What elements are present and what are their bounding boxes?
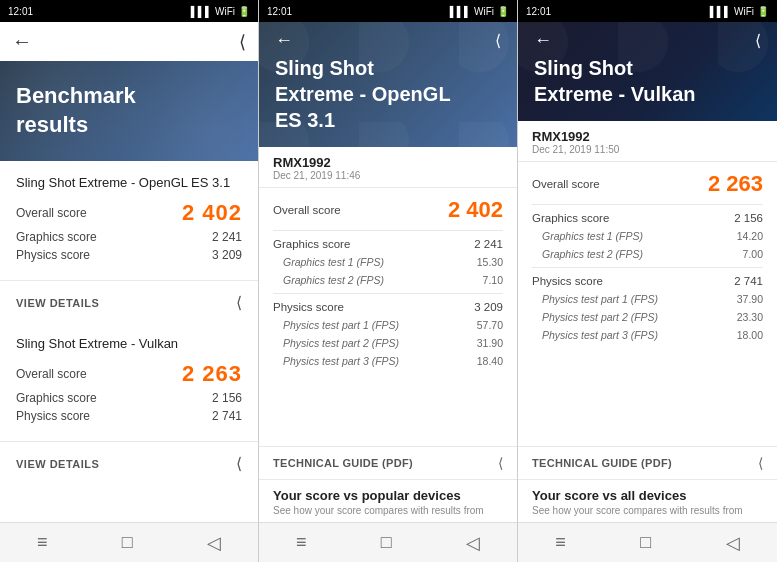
status-bar-time: 12:01 — [8, 6, 33, 17]
ptest1-vulkan: Physics test part 1 (FPS) 37.90 — [532, 290, 763, 308]
graphics-label-opengl: Graphics score — [273, 238, 350, 250]
tech-guide-label-opengl[interactable]: TECHNICAL GUIDE (PDF) — [273, 457, 413, 469]
hero-title-1: Benchmarkresults — [16, 82, 136, 139]
gtest2-value-opengl: 7.10 — [483, 274, 503, 286]
gtest2-value-vulkan: 7.00 — [743, 248, 763, 260]
overall-label-2: Overall score — [16, 367, 87, 381]
graphics-row-vulkan: Graphics score 2 156 — [532, 209, 763, 227]
home-icon[interactable]: □ — [122, 532, 133, 553]
graphics-value-2: 2 156 — [212, 391, 242, 405]
gtest2-label-opengl: Graphics test 2 (FPS) — [273, 274, 384, 286]
view-details-btn-1[interactable]: VIEW DETAILS — [16, 297, 99, 309]
ptest1-label-vulkan: Physics test part 1 (FPS) — [532, 293, 658, 305]
ptest3-label-vulkan: Physics test part 3 (FPS) — [532, 329, 658, 341]
status-bar-2: 12:01 ▌▌▌ WiFi 🔋 — [259, 0, 517, 22]
physics-label-opengl: Physics score — [273, 301, 344, 313]
graphics-label-vulkan: Graphics score — [532, 212, 609, 224]
status-time-2: 12:01 — [267, 6, 292, 17]
popular-subtitle-opengl: See how your score compares with results… — [273, 505, 503, 516]
ptest2-label-vulkan: Physics test part 2 (FPS) — [532, 311, 658, 323]
content-area-1: Sling Shot Extreme - OpenGL ES 3.1 Overa… — [0, 161, 258, 522]
status-time-3: 12:01 — [526, 6, 551, 17]
wifi-icon-2: WiFi — [474, 6, 494, 17]
share-icon-1[interactable]: ⟨ — [239, 31, 246, 53]
signal-icon: ▌▌▌ — [191, 6, 212, 17]
graphics-label-2: Graphics score — [16, 391, 97, 405]
physics-row-opengl: Physics score 3 209 — [273, 298, 503, 316]
back-arrow-2[interactable]: ← — [275, 30, 293, 51]
detail-scores-opengl: Overall score 2 402 Graphics score 2 241… — [259, 188, 517, 446]
device-name-3: RMX1992 — [532, 129, 763, 144]
back-arrow-1[interactable]: ← — [12, 30, 32, 53]
detail-title-opengl: Sling ShotExtreme - OpenGLES 3.1 — [275, 55, 501, 133]
gtest1-label-opengl: Graphics test 1 (FPS) — [273, 256, 384, 268]
back-icon-3[interactable]: ◁ — [726, 532, 740, 554]
view-details-row-1: VIEW DETAILS ⟨ — [0, 281, 258, 322]
popular-title-opengl: Your score vs popular devices — [273, 488, 503, 503]
ptest3-value-vulkan: 18.00 — [737, 329, 763, 341]
tech-guide-label-vulkan[interactable]: TECHNICAL GUIDE (PDF) — [532, 457, 672, 469]
panel-vulkan-detail: 12:01 ▌▌▌ WiFi 🔋 ← ⟨ Sling ShotExtreme -… — [518, 0, 777, 562]
ptest2-label-opengl: Physics test part 2 (FPS) — [273, 337, 399, 349]
graphics-test1-vulkan: Graphics test 1 (FPS) 14.20 — [532, 227, 763, 245]
tech-guide-vulkan: TECHNICAL GUIDE (PDF) ⟨ — [518, 446, 777, 480]
hamburger-icon[interactable]: ≡ — [37, 532, 48, 553]
tech-share-icon-vulkan[interactable]: ⟨ — [758, 455, 763, 471]
ptest2-value-opengl: 31.90 — [477, 337, 503, 349]
detail-header-vulkan: ← ⟨ Sling ShotExtreme - Vulkan — [518, 22, 777, 121]
share-icon-3[interactable]: ⟨ — [755, 31, 761, 50]
graphics-test2-vulkan: Graphics test 2 (FPS) 7.00 — [532, 245, 763, 263]
physics-value-2: 2 741 — [212, 409, 242, 423]
graphics-score-row-2: Graphics score 2 156 — [16, 391, 242, 405]
popular-title-vulkan: Your score vs all devices — [532, 488, 763, 503]
physics-score-row-1: Physics score 3 209 — [16, 248, 242, 262]
graphics-score-row-1: Graphics score 2 241 — [16, 230, 242, 244]
physics-row-vulkan: Physics score 2 741 — [532, 272, 763, 290]
popular-subtitle-vulkan: See how your score compares with results… — [532, 505, 763, 516]
detail-nav-opengl: ← ⟨ — [275, 30, 501, 51]
physics-value-opengl: 3 209 — [474, 301, 503, 313]
home-icon-3[interactable]: □ — [640, 532, 651, 553]
tech-share-icon-opengl[interactable]: ⟨ — [498, 455, 503, 471]
status-icons-2: ▌▌▌ WiFi 🔋 — [450, 6, 509, 17]
back-icon-2[interactable]: ◁ — [466, 532, 480, 554]
share-icon-2[interactable]: ⟨ — [495, 31, 501, 50]
ptest3-vulkan: Physics test part 3 (FPS) 18.00 — [532, 326, 763, 344]
gtest1-value-opengl: 15.30 — [477, 256, 503, 268]
graphics-row-opengl: Graphics score 2 241 — [273, 235, 503, 253]
ptest1-label-opengl: Physics test part 1 (FPS) — [273, 319, 399, 331]
graphics-test1-opengl: Graphics test 1 (FPS) 15.30 — [273, 253, 503, 271]
overall-label-opengl: Overall score — [273, 204, 341, 216]
detail-scores-vulkan: Overall score 2 263 Graphics score 2 156… — [518, 162, 777, 446]
share-btn-2[interactable]: ⟨ — [236, 454, 242, 473]
device-info-2: RMX1992 Dec 21, 2019 11:46 — [259, 147, 517, 188]
ptest2-value-vulkan: 23.30 — [737, 311, 763, 323]
graphics-test2-opengl: Graphics test 2 (FPS) 7.10 — [273, 271, 503, 289]
detail-header-opengl: ← ⟨ Sling ShotExtreme - OpenGLES 3.1 — [259, 22, 517, 147]
status-bar-3: 12:01 ▌▌▌ WiFi 🔋 — [518, 0, 777, 22]
hamburger-icon-2[interactable]: ≡ — [296, 532, 307, 553]
battery-icon-2: 🔋 — [497, 6, 509, 17]
view-details-btn-2[interactable]: VIEW DETAILS — [16, 458, 99, 470]
back-icon[interactable]: ◁ — [207, 532, 221, 554]
view-details-row-2: VIEW DETAILS ⟨ — [0, 442, 258, 483]
graphics-value-1: 2 241 — [212, 230, 242, 244]
home-icon-2[interactable]: □ — [381, 532, 392, 553]
ptest3-opengl: Physics test part 3 (FPS) 18.40 — [273, 352, 503, 370]
share-btn-1[interactable]: ⟨ — [236, 293, 242, 312]
gtest1-label-vulkan: Graphics test 1 (FPS) — [532, 230, 643, 242]
hamburger-icon-3[interactable]: ≡ — [555, 532, 566, 553]
panel-opengl-detail: 12:01 ▌▌▌ WiFi 🔋 ← ⟨ Sling ShotExtreme -… — [259, 0, 518, 562]
overall-label-1: Overall score — [16, 206, 87, 220]
back-arrow-3[interactable]: ← — [534, 30, 552, 51]
benchmark-opengl-name: Sling Shot Extreme - OpenGL ES 3.1 — [16, 175, 242, 190]
popular-opengl: Your score vs popular devices See how yo… — [259, 480, 517, 522]
graphics-value-opengl: 2 241 — [474, 238, 503, 250]
device-info-3: RMX1992 Dec 21, 2019 11:50 — [518, 121, 777, 162]
status-icons: ▌▌▌ WiFi 🔋 — [191, 6, 250, 17]
overall-label-vulkan: Overall score — [532, 178, 600, 190]
status-bar-1: 12:01 ▌▌▌ WiFi 🔋 — [0, 0, 258, 22]
detail-nav-vulkan: ← ⟨ — [534, 30, 761, 51]
time-3: 12:01 — [526, 6, 551, 17]
bottom-nav-1: ≡ □ ◁ — [0, 522, 258, 562]
